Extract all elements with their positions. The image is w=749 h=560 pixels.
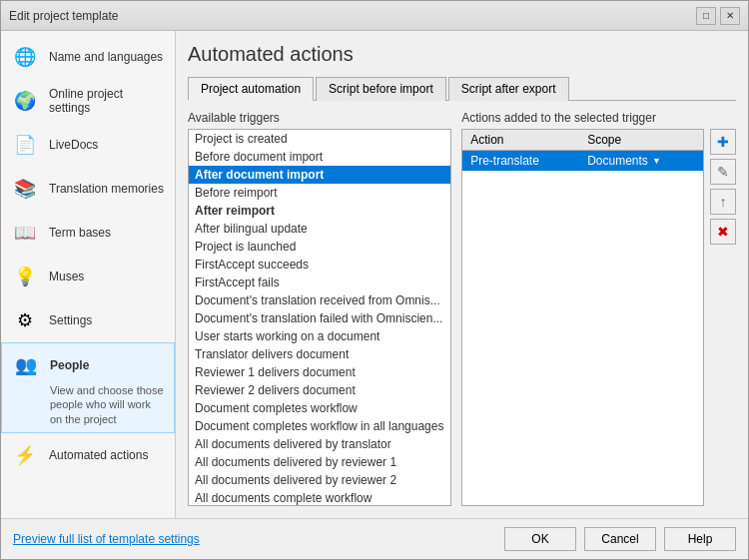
trigger-item[interactable]: User starts working on a document [189, 327, 450, 345]
sidebar: 🌐Name and languages🌍Online project setti… [1, 31, 176, 518]
trigger-item[interactable]: Project is launched [189, 238, 450, 256]
trigger-item[interactable]: Reviewer 2 delivers document [189, 381, 450, 399]
main-window: Edit project template □ ✕ 🌐Name and lang… [0, 0, 749, 560]
sidebar-item-livedocs[interactable]: 📄LiveDocs [1, 123, 175, 167]
trigger-item[interactable]: After reimport [189, 202, 450, 220]
sidebar-item-automated-actions[interactable]: ⚡Automated actions [1, 433, 175, 477]
action-cell: Pre-translate [462, 151, 579, 172]
edit-action-button[interactable]: ✎ [710, 159, 736, 185]
sidebar-item-online-project-settings[interactable]: 🌍Online project settings [1, 79, 175, 123]
cancel-button[interactable]: Cancel [584, 527, 656, 551]
actions-label: Actions added to the selected trigger [461, 111, 736, 125]
title-buttons: □ ✕ [696, 7, 740, 25]
tab-script-before-import[interactable]: Script before import [316, 77, 446, 101]
trigger-item[interactable]: Before reimport [189, 184, 450, 202]
sidebar-label-settings: Settings [49, 313, 92, 327]
col-scope: Scope [579, 130, 703, 151]
trigger-item[interactable]: All documents complete workflow [189, 489, 450, 506]
name-languages-icon: 🌐 [9, 41, 41, 73]
translation-memories-icon: 📚 [9, 173, 41, 205]
sidebar-label-livedocs: LiveDocs [49, 138, 98, 152]
sidebar-label-name-languages: Name and languages [49, 50, 163, 64]
sidebar-label-term-bases: Term bases [49, 226, 111, 240]
settings-icon: ⚙ [9, 304, 41, 336]
preview-link[interactable]: Preview full list of template settings [13, 532, 200, 546]
col-action: Action [462, 130, 579, 151]
sidebar-item-settings[interactable]: ⚙Settings [1, 298, 175, 342]
right-panel: Automated actions Project automation Scr… [176, 31, 748, 518]
trigger-item[interactable]: Project is created [189, 130, 450, 148]
actions-content: Action Scope Pre-translateDocuments▼ ✚ [461, 129, 736, 506]
actions-table: Action Scope Pre-translateDocuments▼ [462, 130, 703, 172]
tab-project-automation[interactable]: Project automation [188, 77, 314, 101]
move-up-button[interactable]: ↑ [710, 189, 736, 215]
main-content: 🌐Name and languages🌍Online project setti… [1, 31, 748, 518]
people-icon: 👥 [10, 349, 42, 381]
trigger-item[interactable]: All documents delivered by translator [189, 435, 450, 453]
title-bar: Edit project template □ ✕ [1, 1, 748, 31]
muses-icon: 💡 [9, 261, 41, 292]
online-project-settings-icon: 🌍 [9, 85, 41, 117]
livedocs-icon: 📄 [9, 129, 41, 161]
bottom-bar: Preview full list of template settings O… [1, 518, 748, 559]
scope-cell: Documents▼ [579, 151, 703, 172]
panel-title: Automated actions [188, 43, 736, 66]
sidebar-item-translation-memories[interactable]: 📚Translation memories [1, 167, 175, 211]
sidebar-desc-people: View and choose those people who will wo… [50, 383, 166, 426]
dialog-buttons: OK Cancel Help [504, 527, 736, 551]
scope-dropdown-arrow[interactable]: ▼ [652, 156, 661, 166]
actions-table-row[interactable]: Pre-translateDocuments▼ [462, 151, 703, 172]
triggers-panel: Available triggers Project is createdBef… [188, 111, 451, 506]
trigger-item[interactable]: Before document import [189, 148, 450, 166]
trigger-item[interactable]: After bilingual update [189, 220, 450, 238]
actions-table-container: Action Scope Pre-translateDocuments▼ [461, 129, 704, 506]
trigger-item[interactable]: All documents delivered by reviewer 2 [189, 471, 450, 489]
trigger-item[interactable]: Document completes workflow in all langu… [189, 417, 450, 435]
trigger-item[interactable]: Document's translation received from Omn… [189, 291, 450, 309]
action-buttons-column: ✚ ✎ ↑ ✖ [710, 129, 736, 506]
sidebar-label-online-project-settings: Online project settings [49, 87, 167, 115]
close-button[interactable]: ✕ [720, 7, 740, 25]
maximize-button[interactable]: □ [696, 7, 716, 25]
tab-content: Available triggers Project is createdBef… [188, 111, 736, 506]
trigger-item[interactable]: FirstAccept fails [189, 274, 450, 291]
term-bases-icon: 📖 [9, 217, 41, 249]
sidebar-label-people: People [50, 358, 89, 372]
trigger-item[interactable]: After document import [189, 166, 450, 184]
ok-button[interactable]: OK [504, 527, 576, 551]
actions-panel: Actions added to the selected trigger Ac… [461, 111, 736, 506]
sidebar-item-term-bases[interactable]: 📖Term bases [1, 211, 175, 255]
sidebar-label-muses: Muses [49, 270, 84, 283]
sidebar-label-automated-actions: Automated actions [49, 448, 148, 462]
automated-actions-icon: ⚡ [9, 439, 41, 471]
help-button[interactable]: Help [664, 527, 736, 551]
tab-script-after-export[interactable]: Script after export [448, 77, 569, 101]
sidebar-label-translation-memories: Translation memories [49, 182, 164, 196]
triggers-label: Available triggers [188, 111, 451, 125]
trigger-item[interactable]: Translator delivers document [189, 345, 450, 363]
tabs-bar: Project automation Script before import … [188, 76, 736, 101]
trigger-item[interactable]: All documents delivered by reviewer 1 [189, 453, 450, 471]
add-action-button[interactable]: ✚ [710, 129, 736, 155]
trigger-item[interactable]: Document's translation failed with Omnis… [189, 309, 450, 327]
window-title: Edit project template [9, 9, 118, 23]
sidebar-item-name-languages[interactable]: 🌐Name and languages [1, 35, 175, 79]
trigger-item[interactable]: Document completes workflow [189, 399, 450, 417]
delete-action-button[interactable]: ✖ [710, 219, 736, 245]
trigger-item[interactable]: FirstAccept succeeds [189, 256, 450, 274]
trigger-item[interactable]: Reviewer 1 delivers document [189, 363, 450, 381]
sidebar-item-people[interactable]: 👥PeopleView and choose those people who … [1, 342, 175, 433]
triggers-list[interactable]: Project is createdBefore document import… [188, 129, 451, 506]
sidebar-item-muses[interactable]: 💡Muses [1, 255, 175, 298]
